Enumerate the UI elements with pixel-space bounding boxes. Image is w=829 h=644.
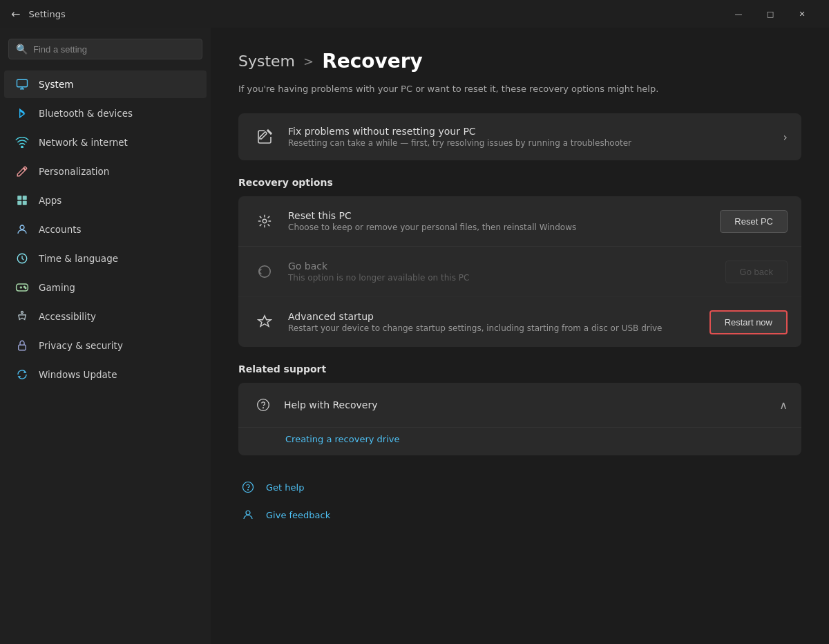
- sidebar-label-time: Time & language: [39, 253, 118, 264]
- reset-pc-title: Reset this PC: [288, 210, 720, 221]
- search-input[interactable]: [33, 44, 195, 55]
- fix-problems-desc: Resetting can take a while — first, try …: [288, 138, 783, 148]
- svg-rect-5: [23, 201, 27, 205]
- svg-rect-12: [19, 345, 26, 350]
- system-icon: [15, 77, 29, 91]
- sidebar-label-accessibility: Accessibility: [39, 311, 96, 322]
- sidebar-item-update[interactable]: Windows Update: [4, 361, 207, 388]
- help-recovery-icon: [252, 394, 274, 416]
- svg-rect-0: [17, 79, 28, 87]
- footer-links: Get help Give feedback: [238, 472, 801, 524]
- give-feedback-icon: [238, 505, 258, 524]
- page-subtitle: If you're having problems with your PC o…: [238, 84, 801, 94]
- help-recovery-label: Help with Recovery: [284, 399, 779, 410]
- reset-pc-desc: Choose to keep or remove your personal f…: [288, 222, 720, 232]
- fix-problems-card[interactable]: Fix problems without resetting your PC R…: [238, 113, 801, 160]
- svg-point-18: [246, 511, 250, 515]
- get-help-label[interactable]: Get help: [266, 482, 304, 493]
- svg-point-13: [263, 219, 267, 223]
- sidebar-item-system[interactable]: System: [4, 70, 207, 98]
- sidebar-label-gaming: Gaming: [39, 282, 75, 293]
- apps-icon: [15, 193, 29, 207]
- gaming-icon: [15, 281, 29, 294]
- svg-point-10: [25, 287, 26, 289]
- sidebar-label-privacy: Privacy & security: [39, 340, 123, 351]
- sidebar-label-system: System: [39, 79, 73, 90]
- sidebar-item-privacy[interactable]: Privacy & security: [4, 332, 207, 359]
- advanced-startup-title: Advanced startup: [288, 311, 709, 322]
- sidebar-item-time[interactable]: Time & language: [4, 245, 207, 272]
- svg-point-17: [248, 489, 249, 490]
- time-icon: [15, 252, 29, 265]
- give-feedback-row[interactable]: Give feedback: [238, 505, 801, 524]
- accounts-icon: [15, 222, 29, 236]
- go-back-text: Go back This option is no longer availab…: [288, 261, 725, 283]
- bluetooth-icon: [15, 106, 29, 120]
- go-back-icon: [252, 259, 277, 284]
- network-icon: [15, 135, 29, 149]
- svg-point-1: [21, 146, 23, 148]
- svg-point-11: [21, 312, 23, 314]
- sidebar-item-apps[interactable]: Apps: [4, 187, 207, 214]
- breadcrumb: System > Recovery: [238, 50, 801, 73]
- creating-recovery-drive-link[interactable]: Creating a recovery drive: [285, 434, 399, 444]
- window-controls: — □ ✕: [723, 3, 818, 25]
- accessibility-icon: [15, 310, 29, 323]
- reset-pc-button[interactable]: Reset PC: [720, 210, 788, 233]
- sidebar-item-gaming[interactable]: Gaming: [4, 274, 207, 301]
- help-recovery-chevron: ∧: [779, 399, 788, 412]
- related-support-heading: Related support: [238, 363, 801, 375]
- advanced-startup-desc: Restart your device to change startup se…: [288, 323, 709, 333]
- close-button[interactable]: ✕: [786, 3, 818, 25]
- recovery-options-heading: Recovery options: [238, 177, 801, 188]
- fix-problems-icon: [252, 124, 277, 149]
- reset-pc-text: Reset this PC Choose to keep or remove y…: [288, 210, 720, 232]
- search-bar[interactable]: 🔍: [8, 39, 202, 59]
- breadcrumb-arrow: >: [303, 54, 314, 68]
- svg-rect-3: [23, 196, 27, 200]
- option-go-back: Go back This option is no longer availab…: [238, 247, 801, 297]
- svg-point-6: [20, 225, 24, 229]
- go-back-button[interactable]: Go back: [725, 261, 788, 283]
- give-feedback-label[interactable]: Give feedback: [266, 510, 330, 520]
- maximize-button[interactable]: □: [754, 3, 786, 25]
- sidebar-label-update: Windows Update: [39, 369, 117, 380]
- sidebar-label-personalization: Personalization: [39, 166, 109, 177]
- support-content: Creating a recovery drive: [238, 427, 801, 455]
- sidebar-label-network: Network & internet: [39, 137, 128, 148]
- sidebar-item-personalization[interactable]: Personalization: [4, 158, 207, 185]
- back-button[interactable]: ←: [11, 8, 20, 21]
- personalization-icon: [15, 164, 29, 178]
- get-help-row[interactable]: Get help: [238, 477, 801, 497]
- help-with-recovery-row[interactable]: Help with Recovery ∧: [238, 383, 801, 427]
- sidebar: 🔍 System Bluetooth & devices Network & i…: [0, 28, 211, 644]
- go-back-desc: This option is no longer available on th…: [288, 273, 725, 283]
- app-title: Settings: [28, 9, 723, 19]
- svg-point-16: [243, 482, 254, 493]
- svg-rect-4: [17, 201, 21, 205]
- sidebar-item-accounts[interactable]: Accounts: [4, 216, 207, 243]
- update-icon: [15, 368, 29, 381]
- search-icon: 🔍: [16, 44, 28, 55]
- related-support-card: Help with Recovery ∧ Creating a recovery…: [238, 383, 801, 455]
- fix-problems-text: Fix problems without resetting your PC R…: [288, 126, 783, 148]
- main-content: System > Recovery If you're having probl…: [211, 28, 829, 644]
- breadcrumb-parent[interactable]: System: [238, 53, 295, 70]
- sidebar-label-bluetooth: Bluetooth & devices: [39, 108, 133, 119]
- titlebar: ← Settings — □ ✕: [0, 0, 829, 28]
- sidebar-item-network[interactable]: Network & internet: [4, 129, 207, 156]
- sidebar-item-bluetooth[interactable]: Bluetooth & devices: [4, 100, 207, 127]
- restart-now-button[interactable]: Restart now: [709, 310, 788, 334]
- svg-rect-2: [17, 196, 21, 200]
- fix-chevron-icon: ›: [783, 131, 788, 144]
- get-help-icon: [238, 477, 258, 497]
- go-back-title: Go back: [288, 261, 725, 272]
- recovery-options-card: Reset this PC Choose to keep or remove y…: [238, 196, 801, 347]
- sidebar-item-accessibility[interactable]: Accessibility: [4, 303, 207, 330]
- svg-point-15: [263, 408, 264, 408]
- app-body: 🔍 System Bluetooth & devices Network & i…: [0, 28, 829, 644]
- option-reset-pc: Reset this PC Choose to keep or remove y…: [238, 196, 801, 247]
- minimize-button[interactable]: —: [723, 3, 754, 25]
- fix-problems-title: Fix problems without resetting your PC: [288, 126, 783, 137]
- advanced-startup-text: Advanced startup Restart your device to …: [288, 311, 709, 333]
